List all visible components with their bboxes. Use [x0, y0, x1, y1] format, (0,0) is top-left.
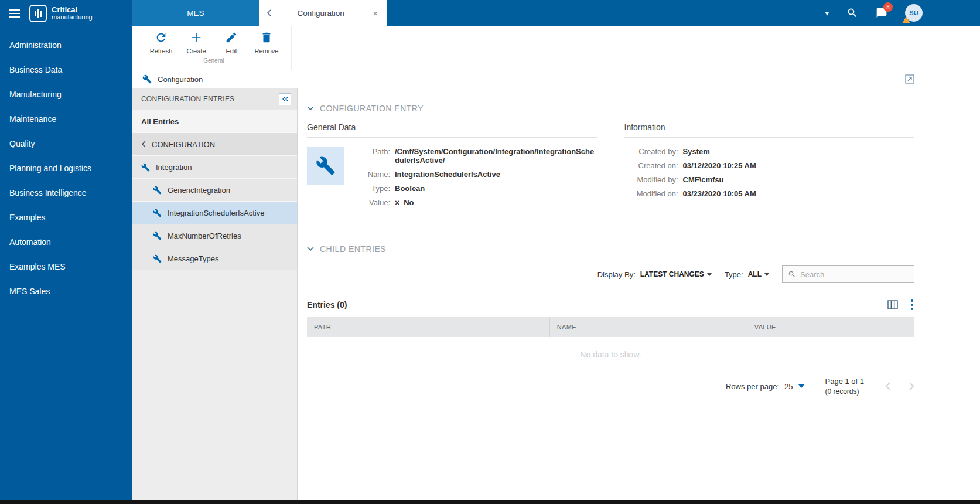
entries-search-box — [782, 265, 914, 283]
rows-per-page-value: 25 — [784, 382, 793, 391]
child-entries-section: CHILD ENTRIES Display By: LATEST CHANGES… — [307, 244, 914, 396]
empty-table-message: No data to show. — [307, 337, 914, 377]
breadcrumb: Configuration — [132, 70, 980, 88]
sidebar-item-examples-mes[interactable]: Examples MES — [0, 254, 132, 279]
modified-by-value: CMF\cmfsu — [683, 175, 885, 184]
expand-view-icon[interactable] — [905, 74, 914, 84]
rows-per-page-dropdown[interactable]: Rows per page: 25 — [726, 382, 804, 391]
sidebar-item-manufacturing[interactable]: Manufacturing — [0, 82, 132, 107]
user-avatar[interactable]: SU — [905, 4, 923, 22]
chevron-left-icon — [141, 141, 146, 148]
search-icon[interactable] — [846, 7, 858, 19]
tree-item-maxnumberofretries[interactable]: MaxNumberOfRetries — [132, 224, 297, 247]
wrench-icon — [316, 156, 336, 176]
logo-mark-icon — [29, 5, 47, 22]
toolbar-group-label: General — [144, 55, 284, 65]
section-child-entries[interactable]: CHILD ENTRIES — [307, 244, 914, 254]
sidebar: Critical manufacturing Administration Bu… — [0, 0, 132, 500]
sidebar-item-planning-and-logistics[interactable]: Planning and Logistics — [0, 156, 132, 181]
pencil-icon — [225, 31, 238, 44]
search-icon — [788, 270, 796, 278]
caret-down-icon — [764, 273, 769, 276]
tree-item-integration[interactable]: Integration — [132, 156, 297, 179]
chat-badge: 8 — [883, 2, 893, 12]
collapse-panel-icon[interactable] — [279, 93, 291, 105]
wrench-icon — [153, 231, 162, 240]
created-on-value: 03/12/2020 10:25 AM — [683, 161, 885, 170]
tree-item-configuration-back[interactable]: CONFIGURATION — [132, 133, 297, 156]
name-label: Name: — [356, 170, 390, 179]
sidebar-item-maintenance[interactable]: Maintenance — [0, 107, 132, 131]
next-page-icon[interactable] — [909, 382, 914, 391]
content: CONFIGURATION ENTRIES All Entries CONFIG… — [132, 88, 980, 500]
remove-button[interactable]: Remove — [249, 30, 284, 55]
type-dropdown[interactable]: ALL — [748, 270, 769, 278]
wrench-icon — [142, 74, 152, 84]
tab-back-chevron-icon[interactable] — [267, 9, 271, 16]
false-cross-icon: × — [395, 199, 399, 207]
plus-icon — [190, 31, 203, 44]
more-options-icon[interactable] — [910, 298, 914, 311]
logo-subtitle: manufacturing — [52, 14, 93, 21]
create-button[interactable]: Create — [179, 30, 214, 55]
tree-item-genericintegration[interactable]: GenericIntegration — [132, 179, 297, 202]
top-bar: MES Configuration × ▾ 8 SU — [132, 0, 980, 26]
tab-mes[interactable]: MES — [132, 0, 259, 26]
name-value: IntegrationSchedulerIsActive — [395, 170, 597, 179]
chevron-down-icon — [307, 106, 314, 111]
column-header-name[interactable]: NAME — [550, 317, 747, 337]
hamburger-menu-icon[interactable] — [7, 7, 22, 20]
tab-configuration[interactable]: Configuration × — [259, 0, 387, 26]
chat-icon[interactable]: 8 — [876, 7, 887, 19]
tree-item-all-entries[interactable]: All Entries — [132, 110, 297, 133]
sidebar-item-administration[interactable]: Administration — [0, 33, 132, 57]
previous-page-icon[interactable] — [885, 382, 891, 391]
entries-table-header: PATH NAME VALUE — [307, 317, 914, 337]
type-filter-label: Type: — [725, 270, 743, 279]
records-count-text: (0 records) — [825, 387, 865, 396]
entries-count-title: Entries (0) — [307, 300, 347, 309]
wrench-icon — [153, 186, 162, 195]
filter-row: Display By: LATEST CHANGES Type: ALL — [307, 265, 914, 283]
main-area: MES Configuration × ▾ 8 SU — [132, 0, 980, 500]
created-by-label: Created by: — [624, 147, 678, 156]
information-column: Information Created by: System Created o… — [624, 122, 915, 207]
entries-header-row: Entries (0) — [307, 298, 914, 311]
tabs-dropdown-caret-icon[interactable]: ▾ — [825, 9, 829, 18]
modified-on-value: 03/23/2020 10:05 AM — [683, 189, 885, 198]
path-label: Path: — [356, 147, 390, 156]
sidebar-item-mes-sales[interactable]: MES Sales — [0, 279, 132, 304]
pagination: Rows per page: 25 Page 1 of 1 (0 records… — [307, 377, 914, 396]
tree-item-messagetypes[interactable]: MessageTypes — [132, 247, 297, 270]
wrench-icon — [153, 254, 162, 263]
trash-icon — [260, 31, 273, 44]
refresh-button[interactable]: Refresh — [144, 30, 179, 55]
caret-down-icon — [798, 384, 804, 388]
modified-by-label: Modified by: — [624, 175, 678, 184]
sidebar-item-examples[interactable]: Examples — [0, 205, 132, 230]
sidebar-menu: Administration Business Data Manufacturi… — [0, 27, 132, 304]
sidebar-header: Critical manufacturing — [0, 0, 132, 27]
sidebar-item-business-data[interactable]: Business Data — [0, 57, 132, 82]
chevron-down-icon — [307, 247, 314, 251]
column-settings-icon[interactable] — [887, 300, 898, 309]
type-label: Type: — [356, 184, 390, 193]
edit-button[interactable]: Edit — [214, 30, 249, 55]
display-by-label: Display By: — [597, 270, 636, 279]
rows-per-page-label: Rows per page: — [726, 382, 779, 391]
sidebar-item-business-intelligence[interactable]: Business Intelligence — [0, 181, 132, 205]
action-toolbar: Refresh Create Edit Remove Gene — [132, 26, 980, 70]
sidebar-item-automation[interactable]: Automation — [0, 230, 132, 254]
tree-panel-title: CONFIGURATION ENTRIES — [141, 95, 279, 103]
column-header-value[interactable]: VALUE — [747, 317, 914, 337]
column-header-path[interactable]: PATH — [307, 317, 550, 337]
section-configuration-entry[interactable]: CONFIGURATION ENTRY — [307, 104, 914, 113]
critical-manufacturing-logo: Critical manufacturing — [29, 5, 93, 22]
sidebar-item-quality[interactable]: Quality — [0, 131, 132, 156]
display-by-dropdown[interactable]: LATEST CHANGES — [640, 270, 712, 278]
tab-close-icon[interactable]: × — [370, 8, 380, 19]
search-input[interactable] — [800, 270, 909, 279]
tree-item-integrationschedulerisactive[interactable]: IntegrationSchedulerIsActive — [132, 202, 297, 224]
bottom-edge-bar — [0, 500, 980, 504]
modified-on-label: Modified on: — [624, 189, 678, 198]
